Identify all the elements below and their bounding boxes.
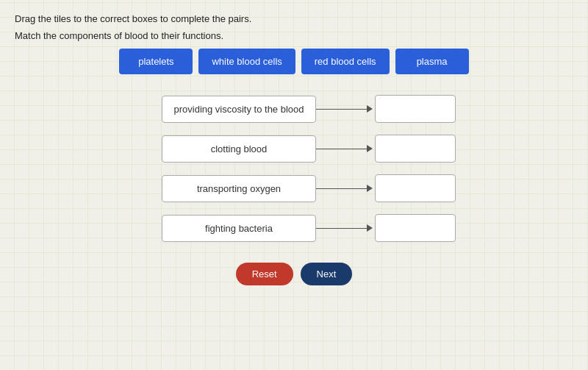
arrow-4 <box>316 224 375 232</box>
function-box-4: fighting bacteria <box>162 215 316 242</box>
match-row-1: providing viscosity to the blood <box>162 95 456 123</box>
tile-red-blood-cells[interactable]: red blood cells <box>301 49 390 74</box>
tile-white-blood-cells[interactable]: white blood cells <box>198 49 295 74</box>
instruction-line2: Match the components of blood to their f… <box>15 30 573 41</box>
reset-button[interactable]: Reset <box>236 263 293 285</box>
arrow-2 <box>316 145 375 152</box>
answer-box-4[interactable] <box>375 214 456 242</box>
function-box-1: providing viscosity to the blood <box>162 96 316 123</box>
answer-box-2[interactable] <box>375 135 456 163</box>
instruction-line1: Drag the tiles to the correct boxes to c… <box>15 13 573 24</box>
answer-box-3[interactable] <box>375 174 456 202</box>
function-box-2: clotting blood <box>162 135 316 163</box>
arrow-3 <box>316 185 375 192</box>
match-row-4: fighting bacteria <box>162 214 456 242</box>
answer-box-1[interactable] <box>375 95 456 123</box>
tiles-row: platelets white blood cells red blood ce… <box>15 49 573 74</box>
match-row-2: clotting blood <box>162 135 456 163</box>
function-box-3: transporting oxygen <box>162 175 316 202</box>
tile-platelets[interactable]: platelets <box>119 49 193 74</box>
buttons-row: Reset Next <box>15 263 573 285</box>
matching-area: providing viscosity to the blood clottin… <box>44 95 573 242</box>
tile-plasma[interactable]: plasma <box>395 49 469 74</box>
arrow-1 <box>316 105 375 113</box>
match-row-3: transporting oxygen <box>162 174 456 202</box>
next-button[interactable]: Next <box>301 263 353 285</box>
